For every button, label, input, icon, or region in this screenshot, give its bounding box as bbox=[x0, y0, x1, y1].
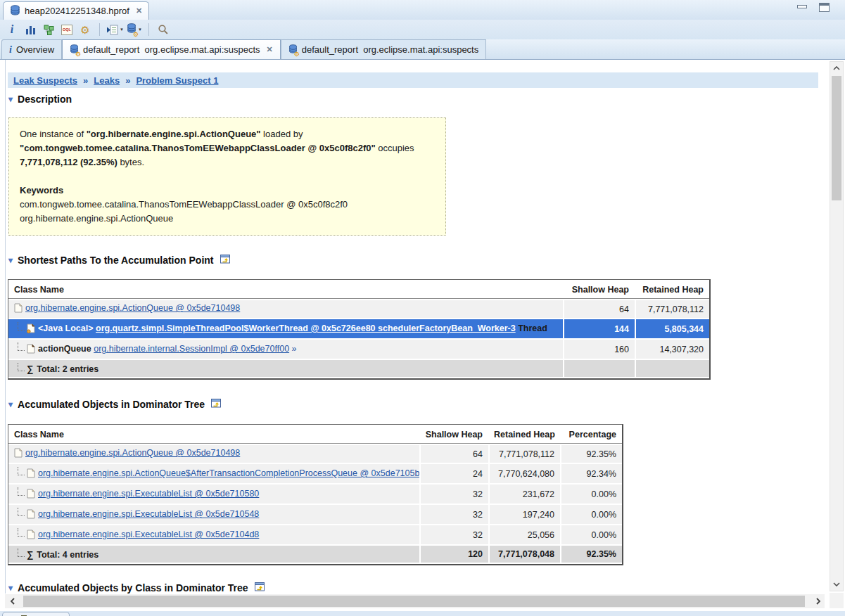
tab-suspects-report-2[interactable]: ⚙ default_report org.eclipse.mat.api:sus… bbox=[281, 39, 486, 59]
retained-heap-value: 7,771,078,112 bbox=[488, 445, 560, 463]
object-link[interactable]: org.hibernate.engine.spi.ExecutableList … bbox=[38, 509, 259, 519]
open-in-table-icon[interactable] bbox=[255, 582, 265, 593]
sigma-icon: ∑ bbox=[27, 364, 33, 374]
editor-tab-bar: heap202412251348.hprof ✕ bbox=[0, 0, 845, 20]
object-link[interactable]: org.hibernate.engine.spi.ActionQueue$Aft… bbox=[38, 468, 419, 478]
open-in-table-icon[interactable] bbox=[220, 255, 231, 266]
total-percentage: 92.35% bbox=[560, 546, 622, 563]
row-prefix: actionQueue bbox=[38, 344, 94, 354]
object-link[interactable]: org.hibernate.engine.spi.ActionQueue @ 0… bbox=[25, 303, 240, 313]
object-instance-icon bbox=[27, 468, 35, 480]
percentage-value: 0.00% bbox=[560, 485, 622, 503]
breadcrumb-link-leaks[interactable]: Leaks bbox=[94, 75, 120, 86]
section-description: ▾ Description bbox=[8, 94, 826, 105]
heap-gear-icon: ⚙ bbox=[288, 44, 298, 56]
section-accumulated-objects: ▾ Accumulated Objects in Dominator Tree bbox=[8, 399, 826, 410]
vertical-scrollbar-thumb[interactable] bbox=[832, 76, 841, 200]
table-total-row: ∑Total: 4 entries 120 7,771,078,048 92.3… bbox=[8, 546, 622, 563]
tab-suspects-report-1[interactable]: ⚙ default_report org.eclipse.mat.api:sus… bbox=[62, 39, 281, 59]
mat-window: heap202412251348.hprof ✕ i OQL ⚙ ▼ ⚙ ▼ bbox=[0, 0, 845, 616]
object-instance-icon bbox=[14, 448, 23, 460]
editor-tab-heap-dump[interactable]: heap202412251348.hprof ✕ bbox=[3, 1, 149, 20]
info-icon: i bbox=[9, 44, 12, 56]
gear-icon: ⚙ bbox=[80, 25, 89, 35]
object-link[interactable]: org.hibernate.engine.spi.ActionQueue @ 0… bbox=[25, 448, 240, 458]
collapse-twistie-icon[interactable]: ▾ bbox=[8, 400, 13, 409]
column-header-class-name[interactable]: Class Name bbox=[8, 281, 563, 299]
expand-more-icon[interactable]: » bbox=[289, 344, 296, 354]
object-link[interactable]: org.quartz.simpl.SimpleThreadPool$Worker… bbox=[96, 323, 516, 333]
view-window-controls bbox=[797, 3, 830, 12]
horizontal-scrollbar-thumb[interactable] bbox=[23, 596, 805, 607]
dropdown-icon[interactable]: ▼ bbox=[120, 27, 124, 32]
shallow-heap-value: 64 bbox=[563, 300, 635, 318]
column-header-retained-heap[interactable]: Retained Heap bbox=[635, 281, 709, 299]
section-accumulated-by-class: ▾ Accumulated Objects by Class in Domina… bbox=[8, 582, 826, 593]
tree-branch-icon bbox=[18, 548, 25, 557]
search-icon bbox=[158, 24, 169, 35]
main-toolbar: i OQL ⚙ ▼ ⚙ ▼ bbox=[0, 20, 845, 39]
table-header-row: Class Name Shallow Heap Retained Heap Pe… bbox=[8, 426, 622, 444]
table-row[interactable]: org.hibernate.engine.spi.ActionQueue @ 0… bbox=[8, 300, 709, 318]
object-link[interactable]: org.hibernate.internal.SessionImpl @ 0x5… bbox=[94, 344, 289, 354]
shallow-heap-value: 64 bbox=[419, 445, 488, 463]
scroll-up-icon[interactable] bbox=[830, 62, 843, 75]
table-row[interactable]: org.hibernate.engine.spi.ExecutableList … bbox=[8, 525, 622, 544]
thread-object-icon bbox=[27, 323, 35, 335]
column-header-shallow-heap[interactable]: Shallow Heap bbox=[563, 281, 635, 299]
table-row[interactable]: org.hibernate.engine.spi.ExecutableList … bbox=[8, 485, 622, 503]
breadcrumb-link-leak-suspects[interactable]: Leak Suspects bbox=[13, 75, 77, 86]
column-header-percentage[interactable]: Percentage bbox=[560, 426, 622, 444]
shallow-heap-value: 32 bbox=[419, 505, 488, 524]
histogram-button[interactable] bbox=[23, 22, 38, 37]
table-row[interactable]: org.hibernate.engine.spi.ActionQueue$Aft… bbox=[8, 464, 622, 483]
oql-button[interactable]: OQL bbox=[59, 22, 75, 37]
scroll-down-icon[interactable] bbox=[830, 578, 843, 591]
table-header-row: Class Name Shallow Heap Retained Heap bbox=[8, 281, 709, 299]
acquire-heap-dump-button[interactable]: ⚙ ▼ bbox=[127, 22, 142, 37]
retained-heap-value: 5,805,344 bbox=[635, 319, 709, 338]
object-link[interactable]: org.hibernate.engine.spi.ExecutableList … bbox=[38, 489, 259, 499]
settings-button[interactable]: ⚙ bbox=[77, 22, 93, 37]
column-header-retained-heap[interactable]: Retained Heap bbox=[488, 426, 560, 444]
search-button[interactable] bbox=[155, 22, 171, 37]
retained-heap-value: 14,307,320 bbox=[635, 340, 709, 359]
column-header-shallow-heap[interactable]: Shallow Heap bbox=[419, 426, 488, 444]
close-icon[interactable]: ✕ bbox=[136, 6, 142, 15]
heap-gear-icon: ⚙ bbox=[70, 44, 79, 56]
table-row[interactable]: org.hibernate.engine.spi.ActionQueue @ 0… bbox=[8, 445, 622, 463]
shallow-heap-value: 24 bbox=[419, 464, 488, 483]
horizontal-scrollbar[interactable] bbox=[5, 594, 825, 608]
table-row-selected[interactable]: <Java Local> org.quartz.simpl.SimpleThre… bbox=[8, 319, 709, 338]
bottom-view-tab-bar bbox=[0, 610, 845, 616]
collapse-twistie-icon[interactable]: ▾ bbox=[8, 256, 13, 264]
toolbar-separator bbox=[148, 23, 149, 36]
breadcrumb-link-problem-suspect[interactable]: Problem Suspect 1 bbox=[136, 75, 218, 86]
run-expert-report-button[interactable]: ▼ bbox=[106, 22, 124, 37]
bottom-view-tab-partial[interactable] bbox=[2, 612, 70, 616]
breadcrumb: Leak Suspects » Leaks » Problem Suspect … bbox=[8, 72, 818, 88]
percentage-value: 0.00% bbox=[560, 525, 622, 544]
table-row[interactable]: actionQueue org.hibernate.internal.Sessi… bbox=[8, 340, 709, 359]
vertical-scrollbar[interactable] bbox=[830, 61, 844, 591]
collapse-twistie-icon[interactable]: ▾ bbox=[8, 95, 13, 103]
keyword-classloader: com.tongweb.tomee.catalina.ThanosTomEEWe… bbox=[20, 198, 435, 212]
dominator-tree-button[interactable] bbox=[41, 22, 56, 37]
editor-tab-title: heap202412251348.hprof bbox=[25, 6, 129, 16]
collapse-twistie-icon[interactable]: ▾ bbox=[8, 584, 13, 592]
scroll-left-icon[interactable] bbox=[6, 595, 19, 608]
scroll-right-icon[interactable] bbox=[812, 595, 825, 608]
column-header-class-name[interactable]: Class Name bbox=[8, 426, 419, 444]
maximize-icon[interactable] bbox=[819, 3, 830, 12]
minimize-icon[interactable] bbox=[797, 5, 807, 8]
table-row[interactable]: org.hibernate.engine.spi.ExecutableList … bbox=[8, 505, 622, 524]
close-icon[interactable]: ✕ bbox=[267, 45, 273, 54]
keyword-actionqueue: org.hibernate.engine.spi.ActionQueue bbox=[20, 212, 435, 226]
object-link[interactable]: org.hibernate.engine.spi.ExecutableList … bbox=[38, 530, 259, 539]
heap-overview-button[interactable]: i bbox=[4, 22, 20, 37]
section-shortest-paths: ▾ Shortest Paths To the Accumulation Poi… bbox=[8, 255, 826, 266]
tab-overview[interactable]: i Overview bbox=[1, 39, 62, 59]
dominator-tree-icon bbox=[44, 25, 54, 35]
row-prefix: <Java Local> bbox=[38, 323, 96, 333]
open-in-table-icon[interactable] bbox=[211, 399, 222, 410]
